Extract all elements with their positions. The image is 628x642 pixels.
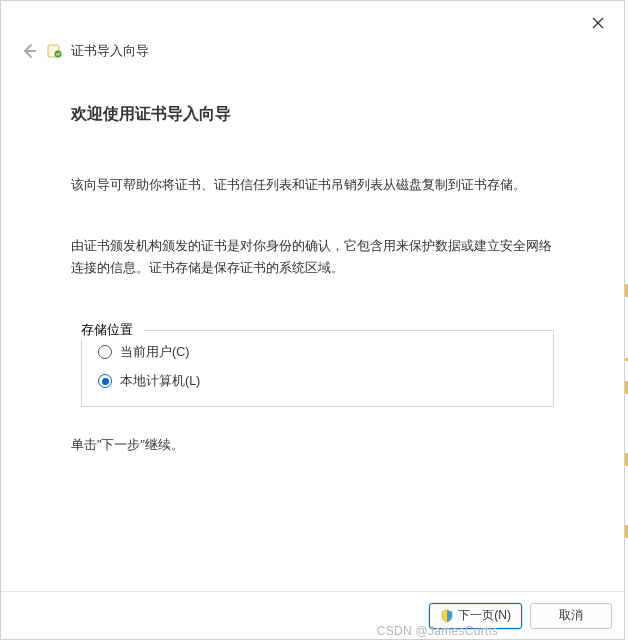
radio-current-user[interactable]: 当前用户(C) (98, 344, 537, 361)
content-area: 欢迎使用证书导入向导 该向导可帮助你将证书、证书信任列表和证书吊销列表从磁盘复制… (1, 69, 624, 591)
svg-point-4 (55, 51, 61, 57)
radio-icon-selected (98, 374, 112, 388)
shield-icon (440, 609, 454, 623)
header-row: 证书导入向导 (1, 41, 624, 69)
close-button[interactable] (584, 9, 612, 37)
next-button-label: 下一页(N) (458, 607, 511, 624)
close-icon (592, 17, 604, 29)
main-heading: 欢迎使用证书导入向导 (71, 104, 554, 125)
storage-location-group: 存储位置 当前用户(C) 本地计算机(L) (81, 319, 554, 407)
title-bar (1, 1, 624, 41)
intro-paragraph-1: 该向导可帮助你将证书、证书信任列表和证书吊销列表从磁盘复制到证书存储。 (71, 175, 554, 196)
radio-current-user-label: 当前用户(C) (120, 344, 189, 361)
dialog-footer: 下一页(N) 取消 (1, 591, 624, 639)
continue-hint: 单击"下一步"继续。 (71, 437, 554, 454)
cancel-button[interactable]: 取消 (530, 603, 612, 629)
certificate-icon (47, 43, 63, 59)
intro-paragraph-2: 由证书颁发机构颁发的证书是对你身份的确认，它包含用来保护数据或建立安全网络连接的… (71, 236, 554, 279)
radio-local-machine[interactable]: 本地计算机(L) (98, 373, 537, 390)
radio-local-machine-label: 本地计算机(L) (120, 373, 200, 390)
next-button[interactable]: 下一页(N) (429, 603, 522, 629)
wizard-dialog: 证书导入向导 欢迎使用证书导入向导 该向导可帮助你将证书、证书信任列表和证书吊销… (0, 0, 625, 640)
wizard-title: 证书导入向导 (71, 43, 149, 60)
cancel-button-label: 取消 (559, 607, 583, 624)
radio-icon (98, 345, 112, 359)
arrow-left-icon (21, 43, 37, 59)
back-button[interactable] (19, 41, 39, 61)
storage-group-label: 存储位置 (81, 322, 137, 339)
